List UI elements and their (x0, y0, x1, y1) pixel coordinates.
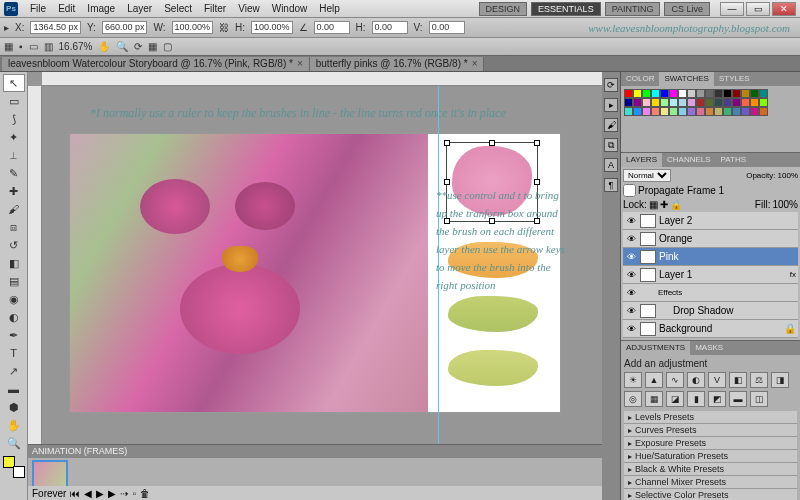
handle-ml[interactable] (444, 179, 450, 185)
swatch[interactable] (660, 107, 669, 116)
marquee-tool[interactable]: ▭ (3, 92, 25, 110)
vskew-field[interactable]: 0.00 (429, 21, 465, 34)
actions-panel-icon[interactable]: ▸ (604, 98, 618, 112)
swatch[interactable] (741, 107, 750, 116)
blend-mode-select[interactable]: Normal (623, 169, 671, 182)
zoom-icon[interactable]: 🔍 (116, 41, 128, 52)
tween-icon[interactable]: ⇢ (120, 488, 128, 499)
swatch[interactable] (633, 89, 642, 98)
swatch[interactable] (660, 98, 669, 107)
hand-icon[interactable]: ✋ (98, 41, 110, 52)
rotate-icon[interactable]: ⟳ (134, 41, 142, 52)
arrange-icon[interactable]: ▦ (148, 41, 157, 52)
photo-filter-icon[interactable]: ◎ (624, 391, 642, 407)
styles-tab[interactable]: STYLES (714, 72, 755, 86)
swatch[interactable] (669, 98, 678, 107)
gradient-tool[interactable]: ▤ (3, 272, 25, 290)
swatch[interactable] (714, 107, 723, 116)
brush-tool[interactable]: 🖌 (3, 200, 25, 218)
channels-tab[interactable]: CHANNELS (662, 153, 716, 167)
swatch[interactable] (624, 107, 633, 116)
ruler-horizontal[interactable] (42, 72, 602, 86)
first-frame-icon[interactable]: ⏮ (70, 488, 80, 499)
angle-field[interactable]: 0.00 (314, 21, 350, 34)
visibility-icon[interactable]: 👁 (625, 251, 637, 263)
dodge-tool[interactable]: ◐ (3, 308, 25, 326)
propagate-checkbox[interactable] (623, 184, 636, 197)
swatch[interactable] (732, 89, 741, 98)
swatch[interactable] (696, 98, 705, 107)
workspace-painting[interactable]: PAINTING (605, 2, 661, 16)
masks-tab[interactable]: MASKS (690, 341, 728, 355)
close-button[interactable]: ✕ (772, 2, 796, 16)
layer-row[interactable]: 👁Background🔒 (623, 320, 798, 338)
swatch[interactable] (642, 89, 651, 98)
swatch[interactable] (687, 107, 696, 116)
visibility-icon[interactable]: 👁 (625, 287, 637, 299)
new-frame-icon[interactable]: ▫ (132, 488, 136, 499)
workspace-essentials[interactable]: ESSENTIALS (531, 2, 601, 16)
gradient-map-icon[interactable]: ▬ (729, 391, 747, 407)
swatch[interactable] (750, 107, 759, 116)
document-tab-2[interactable]: butterfly pinks @ 16.7% (RGB/8) *× (310, 57, 485, 71)
layer-row[interactable]: 👁Pink (623, 248, 798, 266)
threshold-icon[interactable]: ◩ (708, 391, 726, 407)
swatch[interactable] (741, 89, 750, 98)
handle-tr[interactable] (534, 140, 540, 146)
brightness-icon[interactable]: ☀ (624, 372, 642, 388)
colorbalance-icon[interactable]: ⚖ (750, 372, 768, 388)
document-tab-1[interactable]: leavesnbloom Watercolour Storyboard @ 16… (2, 57, 310, 71)
swatch[interactable] (705, 107, 714, 116)
bw-icon[interactable]: ◨ (771, 372, 789, 388)
paragraph-panel-icon[interactable]: ¶ (604, 178, 618, 192)
3d-tool[interactable]: ⬢ (3, 398, 25, 416)
preset-row[interactable]: Channel Mixer Presets (624, 476, 797, 489)
swatch[interactable] (741, 98, 750, 107)
link-icon[interactable]: ⛓ (219, 22, 229, 33)
character-panel-icon[interactable]: A (604, 158, 618, 172)
guides-icon[interactable]: ▥ (44, 41, 53, 52)
loop-select[interactable]: Forever (32, 488, 66, 499)
invert-icon[interactable]: ◪ (666, 391, 684, 407)
opacity-value[interactable]: 100% (778, 171, 798, 180)
menu-file[interactable]: File (24, 3, 52, 14)
exposure-icon[interactable]: ◐ (687, 372, 705, 388)
color-swatches[interactable] (3, 456, 25, 478)
path-tool[interactable]: ↗ (3, 362, 25, 380)
menu-select[interactable]: Select (158, 3, 198, 14)
bridge-icon[interactable]: ▦ (4, 41, 13, 52)
menu-view[interactable]: View (232, 3, 266, 14)
brush-panel-icon[interactable]: 🖌 (604, 118, 618, 132)
stamp-tool[interactable]: ⧇ (3, 218, 25, 236)
minibridge-icon[interactable]: ▪ (19, 41, 23, 52)
lock-position-icon[interactable]: ✚ (660, 199, 668, 210)
swatch[interactable] (624, 89, 633, 98)
lock-all-icon[interactable]: 🔒 (670, 199, 682, 210)
menu-help[interactable]: Help (313, 3, 346, 14)
swatch[interactable] (732, 98, 741, 107)
paths-tab[interactable]: PATHS (716, 153, 751, 167)
type-tool[interactable]: T (3, 344, 25, 362)
preset-row[interactable]: Black & White Presets (624, 463, 797, 476)
adjustments-tab[interactable]: ADJUSTMENTS (621, 341, 690, 355)
swatch[interactable] (723, 107, 732, 116)
menu-edit[interactable]: Edit (52, 3, 81, 14)
move-tool[interactable]: ↖ (3, 74, 25, 92)
canvas-area[interactable]: *I normally use a ruler to keep the brus… (42, 86, 602, 478)
play-icon[interactable]: ▶ (96, 488, 104, 499)
shape-tool[interactable]: ▬ (3, 380, 25, 398)
swatch[interactable] (642, 98, 651, 107)
visibility-icon[interactable]: 👁 (625, 305, 637, 317)
swatch[interactable] (714, 98, 723, 107)
swatch[interactable] (714, 89, 723, 98)
visibility-icon[interactable]: 👁 (625, 323, 637, 335)
swatch[interactable] (651, 98, 660, 107)
next-frame-icon[interactable]: ▶ (108, 488, 116, 499)
wand-tool[interactable]: ✦ (3, 128, 25, 146)
zoom-level-field[interactable]: 16.67% (59, 41, 93, 52)
swatch[interactable] (750, 98, 759, 107)
tab1-close-icon[interactable]: × (297, 57, 303, 71)
blur-tool[interactable]: ◉ (3, 290, 25, 308)
handle-tl[interactable] (444, 140, 450, 146)
swatch[interactable] (732, 107, 741, 116)
